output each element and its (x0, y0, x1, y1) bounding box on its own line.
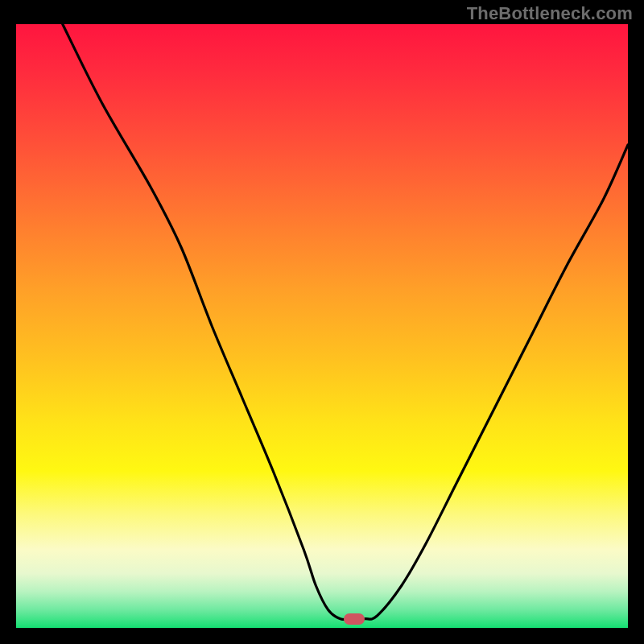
watermark-text: TheBottleneck.com (467, 3, 633, 24)
chart-frame: TheBottleneck.com (0, 0, 644, 644)
plot-area (16, 24, 628, 628)
bottleneck-curve (63, 24, 628, 620)
optimum-marker (344, 613, 365, 625)
curve-svg (16, 24, 628, 628)
